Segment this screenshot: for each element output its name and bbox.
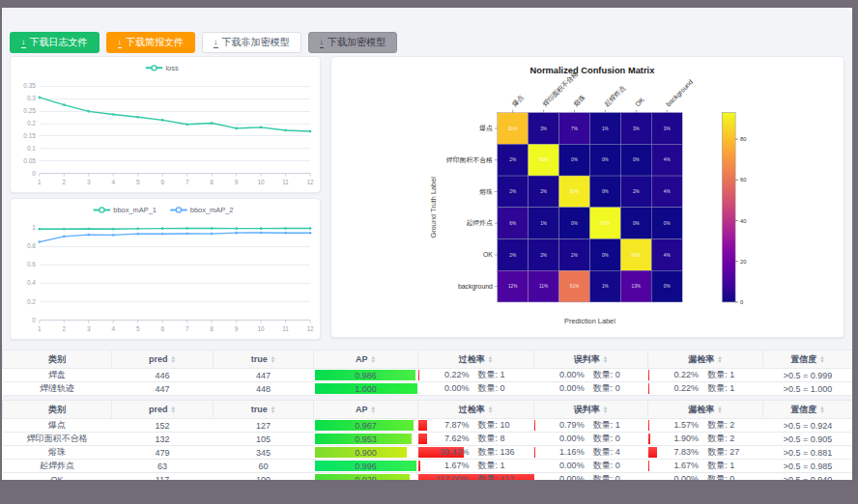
true-count-cell: 105 bbox=[214, 433, 314, 446]
download-log-button[interactable]: ↓ 下载日志文件 bbox=[10, 32, 100, 53]
sort-icon[interactable]: ▲▼ bbox=[271, 355, 275, 364]
ap-value: 0.967 bbox=[355, 421, 377, 431]
svg-text:93%: 93% bbox=[601, 221, 611, 226]
legend-item-bbox_mAP_2[interactable]: bbox_mAP_2 bbox=[171, 206, 234, 214]
class-name-cell: 起焊炸点 bbox=[3, 460, 112, 473]
column-header-类别: 类别 bbox=[3, 401, 112, 419]
svg-text:12%: 12% bbox=[508, 284, 518, 289]
table-row: 起焊炸点63600.9961.67%数量: 10.00%数量: 01.67%数量… bbox=[3, 460, 853, 473]
sort-icon[interactable]: ▲▼ bbox=[488, 355, 493, 364]
svg-text:6: 6 bbox=[160, 325, 164, 332]
button-label: 下载非加密模型 bbox=[222, 36, 290, 49]
rate-cell: 0.00%数量: 0 bbox=[534, 369, 648, 382]
rate-count: 数量: 27 bbox=[707, 446, 762, 459]
download-plain-model-button[interactable]: ↓ 下载非加密模型 bbox=[202, 32, 301, 53]
legend-item-bbox_mAP_1[interactable]: bbox_mAP_1 bbox=[94, 206, 157, 214]
column-label: pred bbox=[149, 354, 168, 364]
column-header-pred[interactable]: pred▲▼ bbox=[112, 401, 214, 419]
column-label: 过检率 bbox=[459, 404, 485, 416]
rate-count: 数量: 0 bbox=[593, 460, 648, 472]
rate-count: 数量: 1 bbox=[478, 460, 534, 472]
button-label: 下载加密模型 bbox=[328, 36, 386, 49]
rate-count: 数量: 136 bbox=[478, 446, 534, 459]
confusion-matrix-card: Normalized Confusion Matrix81%3%7%1%3%3%… bbox=[330, 56, 844, 338]
svg-text:3: 3 bbox=[87, 325, 91, 332]
rate-percent: 7.87% bbox=[418, 420, 470, 430]
column-header-误判率[interactable]: 误判率▲▼ bbox=[534, 350, 648, 369]
sort-icon[interactable]: ▲▼ bbox=[171, 406, 176, 414]
rate-count: 数量: 1 bbox=[707, 460, 762, 472]
rate-count: 数量: 0 bbox=[593, 382, 648, 395]
rate-percent: 1.16% bbox=[534, 447, 585, 457]
rate-count: 数量: 0 bbox=[593, 473, 648, 480]
column-header-true[interactable]: true▲▼ bbox=[214, 401, 314, 419]
download-encrypted-model-button[interactable]: ↓ 下载加密模型 bbox=[308, 32, 398, 53]
column-label: 类别 bbox=[48, 404, 66, 416]
svg-text:1: 1 bbox=[38, 325, 42, 332]
rate-count: 数量: 0 bbox=[707, 473, 762, 480]
ap-cell: 0.953 bbox=[314, 433, 418, 446]
sort-icon[interactable]: ▲▼ bbox=[819, 355, 824, 364]
rate-percent: 0.00% bbox=[418, 383, 470, 393]
legend-item-loss[interactable]: loss bbox=[147, 64, 179, 72]
class-name-cell: 熔珠 bbox=[3, 446, 112, 460]
column-header-漏检率[interactable]: 漏检率▲▼ bbox=[648, 350, 763, 369]
column-header-pred[interactable]: pred▲▼ bbox=[112, 350, 214, 369]
sort-icon[interactable]: ▲▼ bbox=[819, 406, 824, 414]
column-header-置信度[interactable]: 置信度▲▼ bbox=[763, 350, 853, 369]
download-report-button[interactable]: ↓ 下载简报文件 bbox=[106, 32, 196, 53]
svg-text:3%: 3% bbox=[633, 126, 641, 131]
column-header-过检率[interactable]: 过检率▲▼ bbox=[418, 350, 534, 369]
column-header-过检率[interactable]: 过检率▲▼ bbox=[418, 401, 534, 419]
sort-icon[interactable]: ▲▼ bbox=[171, 355, 176, 364]
table-row: 熔珠4793450.90039.42%数量: 1361.16%数量: 47.83… bbox=[3, 446, 853, 460]
rate-percent: 0.22% bbox=[648, 370, 699, 379]
rate-percent: 0.22% bbox=[418, 370, 470, 379]
svg-text:2: 2 bbox=[62, 179, 66, 185]
sort-icon[interactable]: ▲▼ bbox=[371, 406, 376, 414]
rate-cell: 0.22%数量: 1 bbox=[648, 369, 763, 382]
rate-percent: 0.22% bbox=[648, 383, 699, 393]
svg-text:10: 10 bbox=[258, 179, 266, 185]
column-header-true[interactable]: true▲▼ bbox=[214, 350, 314, 369]
column-label: 置信度 bbox=[790, 353, 816, 366]
column-header-置信度[interactable]: 置信度▲▼ bbox=[763, 401, 853, 419]
sort-icon[interactable]: ▲▼ bbox=[603, 355, 608, 364]
column-header-AP[interactable]: AP▲▼ bbox=[314, 401, 418, 419]
svg-text:loss: loss bbox=[165, 64, 179, 72]
metrics-table-weld: 类别pred▲▼true▲▼AP▲▼过检率▲▼误判率▲▼漏检率▲▼置信度▲▼焊盘… bbox=[2, 350, 852, 396]
svg-text:0%: 0% bbox=[602, 157, 610, 162]
left-column: 00.050.10.150.20.250.30.3512345678910111… bbox=[10, 56, 321, 340]
svg-text:0.05: 0.05 bbox=[23, 157, 36, 164]
sort-icon[interactable]: ▲▼ bbox=[717, 355, 722, 364]
column-label: 漏检率 bbox=[688, 404, 714, 416]
svg-text:11%: 11% bbox=[539, 284, 549, 289]
svg-text:8: 8 bbox=[210, 325, 214, 332]
sort-icon[interactable]: ▲▼ bbox=[371, 355, 376, 364]
svg-text:11: 11 bbox=[282, 325, 289, 332]
rate-count: 数量: 1 bbox=[707, 369, 762, 381]
svg-text:0.15: 0.15 bbox=[23, 132, 36, 139]
ap-value: 0.996 bbox=[355, 462, 377, 471]
svg-text:12: 12 bbox=[306, 325, 314, 332]
rate-cell: 0.00%数量: 0 bbox=[534, 433, 648, 446]
column-header-误判率[interactable]: 误判率▲▼ bbox=[534, 401, 648, 419]
class-name-cell: 爆点 bbox=[3, 419, 112, 433]
column-header-AP[interactable]: AP▲▼ bbox=[314, 350, 418, 369]
sort-icon[interactable]: ▲▼ bbox=[603, 406, 608, 414]
svg-text:0: 0 bbox=[32, 170, 36, 177]
svg-text:2%: 2% bbox=[509, 157, 517, 162]
sort-icon[interactable]: ▲▼ bbox=[488, 406, 493, 414]
sort-icon[interactable]: ▲▼ bbox=[717, 406, 722, 414]
ap-value: 0.929 bbox=[355, 475, 377, 481]
svg-text:4: 4 bbox=[111, 325, 115, 332]
svg-text:background: background bbox=[665, 78, 695, 108]
svg-text:61%: 61% bbox=[570, 284, 580, 289]
confidence-cell: >0.5 = 0.999 bbox=[763, 369, 853, 382]
svg-text:0: 0 bbox=[740, 299, 744, 305]
rate-count: 数量: 2 bbox=[707, 433, 762, 445]
sort-icon[interactable]: ▲▼ bbox=[271, 406, 275, 414]
svg-text:background: background bbox=[458, 283, 493, 291]
rate-percent: 1.57% bbox=[648, 420, 699, 430]
column-header-漏检率[interactable]: 漏检率▲▼ bbox=[648, 401, 763, 419]
